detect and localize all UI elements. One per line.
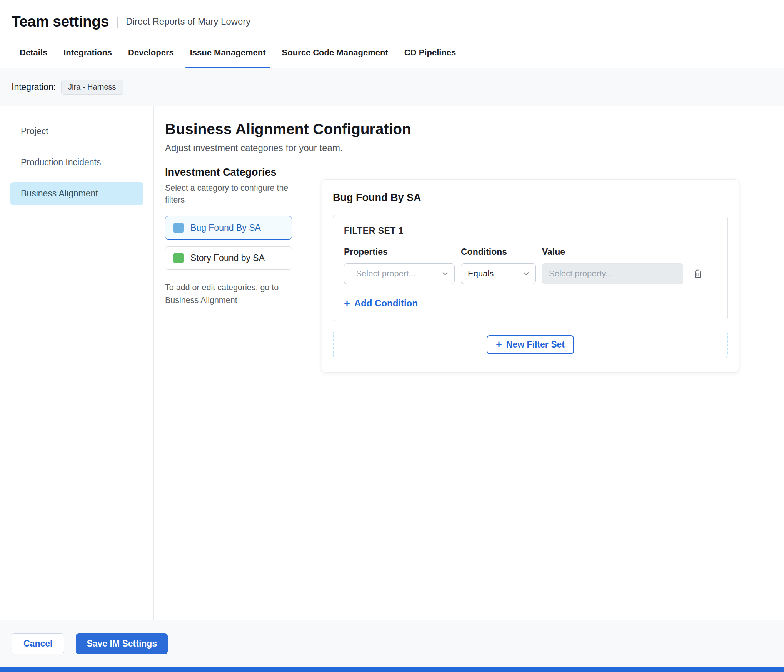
footer-bar: Cancel Save IM Settings bbox=[0, 620, 784, 667]
tab-source-code-management[interactable]: Source Code Management bbox=[274, 39, 396, 68]
integration-chip[interactable]: Jira - Harness bbox=[61, 80, 123, 95]
plus-icon: + bbox=[344, 298, 350, 309]
tab-cd-pipelines[interactable]: CD Pipelines bbox=[396, 39, 464, 68]
content-area: Project Production Incidents Business Al… bbox=[0, 106, 784, 620]
integration-label: Integration: bbox=[12, 82, 56, 92]
category-item-story-found-by-sa[interactable]: Story Found by SA bbox=[165, 246, 292, 270]
new-filter-set-button[interactable]: + New Filter Set bbox=[487, 335, 574, 354]
settings-sidebar: Project Production Incidents Business Al… bbox=[0, 106, 154, 620]
chevron-down-icon bbox=[522, 269, 530, 278]
section-title: Business Alignment Configuration bbox=[165, 121, 784, 138]
chevron-down-icon bbox=[441, 269, 449, 278]
tab-developers[interactable]: Developers bbox=[120, 39, 182, 68]
tab-bar: Details Integrations Developers Issue Ma… bbox=[0, 39, 784, 68]
add-condition-label: Add Condition bbox=[354, 298, 418, 309]
panel-title: Bug Found By SA bbox=[333, 192, 728, 204]
investment-categories-hint: Select a category to configure the filte… bbox=[165, 182, 299, 206]
category-config-card: Bug Found By SA FILTER SET 1 Properties … bbox=[322, 179, 739, 373]
new-filter-set-dropzone: + New Filter Set bbox=[333, 331, 728, 358]
category-list: Bug Found By SA Story Found by SA bbox=[165, 216, 298, 270]
panel-scroll-divider bbox=[751, 166, 751, 620]
category-label: Story Found by SA bbox=[190, 253, 265, 263]
cancel-button[interactable]: Cancel bbox=[12, 633, 64, 654]
section-subtitle: Adjust investment categories for your te… bbox=[165, 143, 784, 153]
tab-integrations[interactable]: Integrations bbox=[55, 39, 120, 68]
delete-condition-button[interactable] bbox=[691, 266, 705, 281]
category-color-swatch bbox=[173, 253, 184, 263]
title-divider: | bbox=[116, 15, 119, 28]
category-list-scrollbar[interactable] bbox=[304, 220, 304, 283]
category-label: Bug Found By SA bbox=[190, 223, 261, 233]
save-button[interactable]: Save IM Settings bbox=[76, 633, 168, 654]
properties-select[interactable]: - Select propert... bbox=[344, 263, 455, 284]
workspace: Investment Categories Select a category … bbox=[165, 166, 784, 620]
investment-categories-column: Investment Categories Select a category … bbox=[165, 166, 310, 620]
properties-select-placeholder: - Select propert... bbox=[351, 269, 416, 279]
sidebar-item-production-incidents[interactable]: Production Incidents bbox=[0, 151, 153, 174]
bottom-accent-bar bbox=[0, 667, 784, 672]
page-subtitle: Direct Reports of Mary Lowery bbox=[126, 16, 250, 27]
conditions-select-value: Equals bbox=[468, 269, 494, 279]
value-input[interactable] bbox=[542, 263, 683, 284]
column-label-conditions: Conditions bbox=[461, 247, 536, 257]
filter-set-box: FILTER SET 1 Properties Conditions Value… bbox=[333, 215, 728, 321]
column-label-value: Value bbox=[542, 247, 683, 257]
plus-icon: + bbox=[496, 339, 502, 350]
add-condition-button[interactable]: + Add Condition bbox=[344, 298, 418, 309]
main-panel: Business Alignment Configuration Adjust … bbox=[154, 106, 784, 620]
investment-categories-heading: Investment Categories bbox=[165, 166, 298, 178]
categories-footnote: To add or edit categories, go to Busines… bbox=[165, 281, 292, 306]
category-color-swatch bbox=[173, 223, 184, 233]
sidebar-item-business-alignment[interactable]: Business Alignment bbox=[10, 182, 143, 205]
filter-panel-column: Bug Found By SA FILTER SET 1 Properties … bbox=[310, 166, 784, 620]
tab-details[interactable]: Details bbox=[12, 39, 55, 68]
page-header: Team settings | Direct Reports of Mary L… bbox=[0, 0, 784, 39]
tab-issue-management[interactable]: Issue Management bbox=[182, 39, 274, 68]
trash-icon bbox=[692, 268, 704, 279]
conditions-select[interactable]: Equals bbox=[461, 263, 536, 284]
filter-condition-row: - Select propert... Equals bbox=[344, 263, 717, 284]
filter-set-title: FILTER SET 1 bbox=[344, 226, 717, 236]
sidebar-item-project[interactable]: Project bbox=[0, 120, 153, 143]
page-title: Team settings bbox=[12, 13, 109, 30]
filter-column-labels: Properties Conditions Value bbox=[344, 247, 717, 257]
new-filter-set-label: New Filter Set bbox=[506, 339, 565, 350]
column-label-properties: Properties bbox=[344, 247, 455, 257]
integration-row: Integration: Jira - Harness bbox=[0, 68, 784, 106]
category-item-bug-found-by-sa[interactable]: Bug Found By SA bbox=[165, 216, 292, 240]
